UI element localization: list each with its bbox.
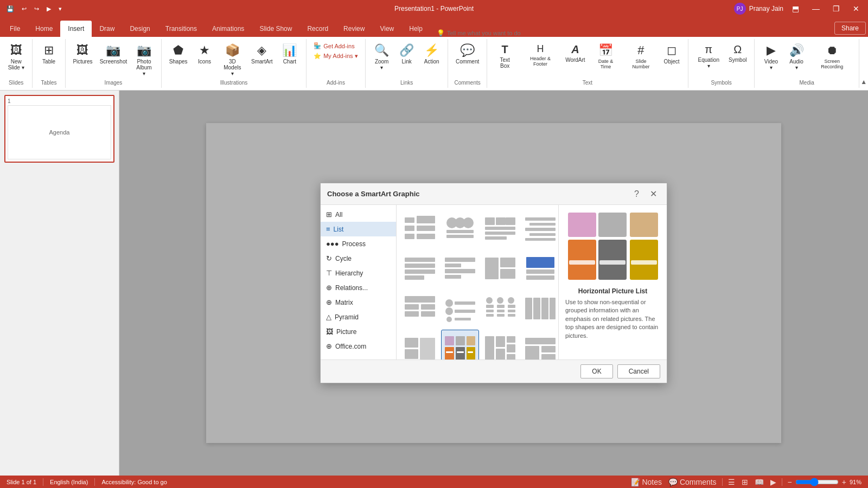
normal-view-button[interactable]: ☰: [727, 477, 736, 487]
smartart-item-14[interactable]: [441, 330, 479, 359]
minimize-button[interactable]: —: [808, 3, 824, 14]
smartart-item-13[interactable]: [401, 330, 439, 359]
smartart-item-16[interactable]: [521, 330, 558, 359]
svg-rect-59: [525, 298, 532, 319]
table-button[interactable]: ⊞ Table: [37, 41, 61, 67]
tab-animations[interactable]: Animations: [205, 21, 252, 37]
close-button[interactable]: ✕: [848, 3, 864, 14]
photo-album-button[interactable]: 📷 PhotoAlbum ▾: [131, 41, 157, 79]
smartart-item-4[interactable]: [521, 209, 558, 247]
dialog-help-button[interactable]: ?: [631, 188, 642, 200]
shapes-button[interactable]: ⬟ Shapes: [166, 41, 190, 67]
tab-draw[interactable]: Draw: [92, 21, 122, 37]
object-button[interactable]: ◻ Object: [660, 41, 684, 67]
tab-help[interactable]: Help: [401, 21, 430, 37]
ribbon-collapse-btn[interactable]: ▲: [859, 39, 868, 88]
save-button[interactable]: 💾: [4, 4, 16, 14]
notes-button[interactable]: 📝 Notes: [630, 477, 663, 487]
textbox-button[interactable]: T Text Box: [492, 41, 519, 71]
smartart-item-11[interactable]: [481, 290, 519, 328]
sidebar-item-process[interactable]: ●●● Process: [321, 236, 396, 251]
preview-graphic: [567, 211, 659, 282]
symbols-group-label: Symbols: [711, 80, 731, 86]
sidebar-item-officecom[interactable]: ⊕ Office.com: [321, 339, 396, 354]
slide-number-button[interactable]: # Slide Number: [623, 41, 659, 72]
share-button[interactable]: Share: [834, 22, 866, 35]
dialog-ok-button[interactable]: OK: [580, 364, 612, 378]
zoom-slider[interactable]: [795, 478, 839, 486]
collapse-ribbon-icon[interactable]: ▲: [860, 78, 867, 86]
action-button[interactable]: ⚡ Action: [420, 41, 444, 67]
comment-button[interactable]: 💬 Comment: [452, 41, 482, 67]
tab-design[interactable]: Design: [122, 21, 157, 37]
date-time-button[interactable]: 📅 Date & Time: [589, 41, 622, 72]
sidebar-item-all[interactable]: ⊞ All: [321, 207, 396, 222]
smartart-item-2[interactable]: [441, 209, 479, 247]
smartart-item-7[interactable]: [481, 249, 519, 287]
audio-button[interactable]: 🔊 Audio ▾: [784, 41, 809, 73]
sidebar-item-pyramid[interactable]: △ Pyramid: [321, 310, 396, 324]
equation-button[interactable]: π Equation ▾: [693, 41, 724, 71]
redo-button[interactable]: ↪: [32, 4, 41, 14]
smartart-item-15[interactable]: [481, 330, 519, 359]
smartart-item-10[interactable]: [441, 290, 479, 328]
present-button[interactable]: ▶: [44, 4, 53, 14]
link-button[interactable]: 🔗 Link: [395, 41, 419, 67]
dialog-close-button[interactable]: ✕: [647, 188, 660, 200]
get-addins-button[interactable]: 🏪 Get Add-ins: [310, 41, 361, 50]
tell-me-input[interactable]: [447, 30, 534, 36]
tab-home[interactable]: Home: [28, 21, 60, 37]
sidebar-item-hierarchy[interactable]: ⊤ Hierarchy: [321, 266, 396, 280]
tab-view[interactable]: View: [372, 21, 401, 37]
smartart-item-12[interactable]: [521, 290, 558, 328]
new-slide-button[interactable]: 🖼 NewSlide ▾: [4, 41, 28, 73]
qat-more-button[interactable]: ▾: [56, 4, 64, 14]
tab-insert[interactable]: Insert: [60, 21, 92, 37]
tab-transitions[interactable]: Transitions: [158, 21, 205, 37]
status-bar-right: 📝 Notes 💬 Comments ☰ ⊞ 📖 ▶ − + 91%: [630, 477, 861, 487]
comments-button[interactable]: 💬 Comments: [667, 477, 718, 487]
sidebar-item-picture[interactable]: 🖼 Picture: [321, 324, 396, 339]
tab-review[interactable]: Review: [336, 21, 372, 37]
undo-button[interactable]: ↩: [20, 4, 29, 14]
smartart-item-1[interactable]: [401, 209, 439, 247]
slide-sorter-button[interactable]: ⊞: [741, 477, 749, 487]
sidebar-item-list[interactable]: ≡ List: [321, 222, 396, 236]
slide-thumbnail-1[interactable]: 1 Agenda: [4, 95, 114, 163]
smartart-item-9[interactable]: [401, 290, 439, 328]
reading-view-button[interactable]: 📖: [754, 477, 765, 487]
chart-button[interactable]: 📊 Chart: [278, 41, 302, 67]
sidebar-item-relations[interactable]: ⊕ Relations...: [321, 280, 396, 295]
smartart-item-3[interactable]: [481, 209, 519, 247]
video-button[interactable]: ▶ Video ▾: [759, 41, 783, 73]
tab-record[interactable]: Record: [299, 21, 336, 37]
symbol-button[interactable]: Ω Symbol: [725, 41, 750, 65]
ribbon-group-text: T Text Box H Header & Footer A WordArt 📅…: [487, 39, 688, 88]
tab-slideshow[interactable]: Slide Show: [252, 21, 299, 37]
wordart-button[interactable]: A WordArt: [563, 41, 589, 65]
sidebar-item-matrix[interactable]: ⊕ Matrix: [321, 295, 396, 310]
zoom-out-button[interactable]: −: [787, 477, 793, 487]
my-addins-button[interactable]: ⭐ My Add-ins ▾: [310, 52, 361, 61]
svg-rect-51: [497, 305, 505, 308]
zoom-button[interactable]: 🔍 Zoom ▾: [370, 41, 394, 73]
slideshow-button[interactable]: ▶: [769, 477, 777, 487]
screenshot-button[interactable]: 📷 Screenshot: [97, 41, 130, 67]
pictures-button[interactable]: 🖼 Pictures: [70, 41, 95, 67]
smartart-button[interactable]: ◈ SmartArt: [248, 41, 276, 67]
text-group-label: Text: [583, 80, 592, 86]
svg-rect-3: [417, 216, 435, 223]
smartart-item-8[interactable]: [521, 249, 558, 287]
smartart-item-6[interactable]: [441, 249, 479, 287]
ribbon-display-button[interactable]: ⬒: [788, 3, 803, 14]
icons-button[interactable]: ★ Icons: [193, 41, 216, 67]
zoom-in-button[interactable]: +: [841, 477, 847, 487]
maximize-button[interactable]: ❐: [828, 3, 844, 14]
smartart-item-5[interactable]: [401, 249, 439, 287]
tab-file[interactable]: File: [2, 21, 28, 37]
screen-recording-button[interactable]: ⏺ Screen Recording: [809, 41, 854, 72]
3d-models-button[interactable]: 📦 3DModels ▾: [219, 41, 246, 79]
dialog-cancel-button[interactable]: Cancel: [617, 364, 660, 378]
sidebar-item-cycle[interactable]: ↻ Cycle: [321, 251, 396, 266]
header-footer-button[interactable]: H Header & Footer: [519, 41, 561, 69]
